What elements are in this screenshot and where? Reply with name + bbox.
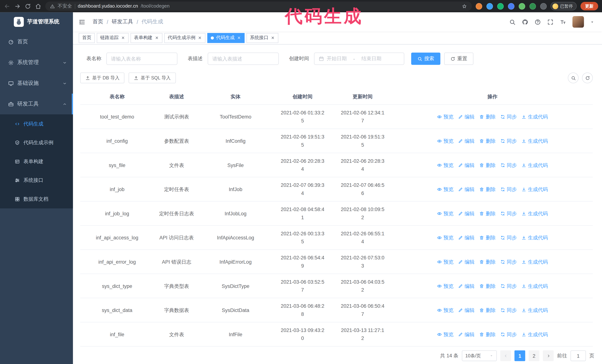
action-sync-link[interactable]: 同步 — [500, 233, 517, 242]
app-logo[interactable]: 芋道管理系统 — [0, 12, 73, 31]
sidebar-item-devtools[interactable]: 研发工具 — [0, 94, 73, 114]
tab-system-api[interactable]: 系统接口 — [247, 33, 279, 43]
import-db-button[interactable]: 基于 DB 导入 — [80, 73, 124, 83]
sidebar-item-codegen[interactable]: 代码生成 — [0, 114, 73, 133]
tab-close-icon[interactable] — [121, 36, 125, 40]
action-sync-link[interactable]: 同步 — [500, 113, 517, 121]
sidebar-collapse-icon[interactable] — [78, 18, 86, 25]
search-icon[interactable] — [509, 19, 516, 25]
tab-codegen-sample[interactable]: 代码生成示例 — [164, 33, 205, 43]
tab-close-icon[interactable] — [198, 36, 202, 40]
sidebar-item-form-build[interactable]: 表单构建 — [0, 152, 73, 171]
user-avatar[interactable] — [572, 16, 584, 28]
action-generate-link[interactable]: 生成代码 — [521, 161, 548, 169]
tab-close-icon[interactable] — [155, 36, 159, 40]
back-icon[interactable] — [4, 3, 10, 10]
action-sync-link[interactable]: 同步 — [500, 258, 517, 266]
tab-close-icon[interactable] — [237, 36, 241, 40]
action-delete-link[interactable]: 删除 — [479, 113, 496, 121]
action-delete-link[interactable]: 删除 — [479, 282, 496, 290]
bookmark-star-icon[interactable] — [462, 3, 467, 9]
action-sync-link[interactable]: 同步 — [500, 137, 517, 145]
next-page-button[interactable] — [543, 350, 554, 361]
action-edit-link[interactable]: 编辑 — [458, 113, 474, 121]
import-sql-button[interactable]: 基于 SQL 导入 — [129, 73, 176, 83]
tab-home[interactable]: 首页 — [79, 33, 95, 43]
breadcrumb-item[interactable]: 研发工具 — [112, 18, 133, 25]
action-generate-link[interactable]: 生成代码 — [521, 258, 548, 266]
tab-codegen[interactable]: 代码生成 — [207, 33, 245, 43]
action-generate-link[interactable]: 生成代码 — [521, 282, 548, 290]
table-refresh-button[interactable] — [582, 73, 593, 83]
action-delete-link[interactable]: 删除 — [479, 209, 496, 218]
github-icon[interactable] — [522, 19, 528, 25]
action-preview-link[interactable]: 预览 — [437, 258, 453, 266]
browser-update-button[interactable]: 更新 — [580, 2, 598, 10]
date-range-picker[interactable]: 开始日期 - 结束日期 — [314, 52, 404, 65]
action-delete-link[interactable]: 删除 — [479, 330, 496, 338]
table-name-input-box[interactable] — [106, 52, 177, 65]
font-size-icon[interactable] — [560, 19, 566, 25]
action-generate-link[interactable]: 生成代码 — [521, 137, 548, 145]
sidebar-item-db-doc[interactable]: 数据库文档 — [0, 190, 73, 208]
toggle-search-button[interactable] — [568, 73, 579, 83]
action-delete-link[interactable]: 删除 — [479, 306, 496, 314]
action-generate-link[interactable]: 生成代码 — [521, 306, 548, 314]
action-sync-link[interactable]: 同步 — [500, 282, 517, 290]
action-generate-link[interactable]: 生成代码 — [521, 113, 548, 121]
action-preview-link[interactable]: 预览 — [437, 137, 453, 145]
page-2-button[interactable]: 2 — [529, 350, 539, 361]
action-sync-link[interactable]: 同步 — [500, 185, 517, 193]
action-edit-link[interactable]: 编辑 — [458, 209, 474, 218]
not-secure-warning-icon[interactable] — [50, 4, 55, 9]
browser-home-icon[interactable] — [35, 3, 42, 10]
action-delete-link[interactable]: 删除 — [479, 258, 496, 266]
people-icon[interactable] — [508, 3, 514, 10]
action-sync-link[interactable]: 同步 — [500, 330, 517, 338]
search-button[interactable]: 搜索 — [411, 52, 441, 65]
puzzle-icon[interactable] — [540, 3, 547, 10]
tab-close-icon[interactable] — [271, 36, 275, 40]
prev-page-button[interactable] — [500, 350, 511, 361]
action-generate-link[interactable]: 生成代码 — [521, 330, 548, 338]
action-edit-link[interactable]: 编辑 — [458, 306, 474, 314]
action-generate-link[interactable]: 生成代码 — [521, 233, 548, 242]
action-edit-link[interactable]: 编辑 — [458, 137, 474, 145]
action-sync-link[interactable]: 同步 — [500, 209, 517, 218]
action-delete-link[interactable]: 删除 — [479, 161, 496, 169]
action-preview-link[interactable]: 预览 — [437, 306, 453, 314]
page-1-button[interactable]: 1 — [514, 350, 525, 361]
action-preview-link[interactable]: 预览 — [437, 330, 453, 338]
page-size-select[interactable]: 10条/页 — [462, 350, 497, 361]
action-generate-link[interactable]: 生成代码 — [521, 209, 548, 218]
action-edit-link[interactable]: 编辑 — [458, 330, 474, 338]
action-edit-link[interactable]: 编辑 — [458, 282, 474, 290]
notes-icon[interactable] — [519, 3, 525, 10]
security-label[interactable]: 不安全 — [58, 3, 72, 10]
sidebar-item-system[interactable]: 系统管理 — [0, 52, 73, 73]
help-icon[interactable] — [534, 19, 541, 25]
drop-icon[interactable] — [486, 3, 493, 10]
action-preview-link[interactable]: 预览 — [437, 209, 453, 218]
leaf-icon[interactable] — [529, 3, 536, 10]
forward-icon[interactable] — [14, 3, 21, 10]
avatar-caret-icon[interactable] — [590, 20, 594, 24]
action-sync-link[interactable]: 同步 — [500, 306, 517, 314]
tab-form-build[interactable]: 表单构建 — [130, 33, 162, 43]
table-name-input[interactable] — [111, 56, 173, 62]
fox-icon[interactable] — [476, 3, 482, 10]
goto-page-input[interactable] — [570, 350, 586, 361]
tab-tracer[interactable]: 链路追踪 — [97, 33, 129, 43]
table-desc-input-box[interactable] — [208, 52, 279, 65]
check-circle-icon[interactable] — [497, 3, 504, 10]
reset-button[interactable]: 重置 — [444, 52, 473, 65]
action-edit-link[interactable]: 编辑 — [458, 258, 474, 266]
fullscreen-icon[interactable] — [547, 19, 554, 25]
sidebar-item-codegen-sample[interactable]: 代码生成示例 — [0, 133, 73, 152]
action-edit-link[interactable]: 编辑 — [458, 161, 474, 169]
action-preview-link[interactable]: 预览 — [437, 161, 453, 169]
action-generate-link[interactable]: 生成代码 — [521, 185, 548, 193]
action-edit-link[interactable]: 编辑 — [458, 185, 474, 193]
sidebar-item-system-api[interactable]: 系统接口 — [0, 171, 73, 190]
action-delete-link[interactable]: 删除 — [479, 137, 496, 145]
